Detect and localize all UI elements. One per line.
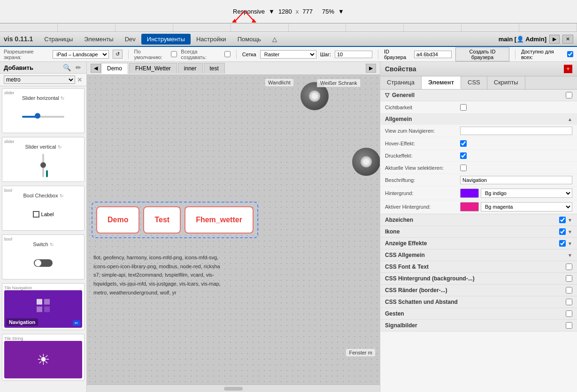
tab-nav-next[interactable]: ▶: [366, 64, 376, 73]
druck-checkbox[interactable]: [460, 152, 467, 159]
sichtbarkeit-label: Сichtbarkeit: [385, 105, 460, 110]
section-ikone-header[interactable]: Ikone ▼: [380, 226, 577, 237]
widget-close-btn[interactable]: ✕: [77, 76, 83, 83]
canvas-scrollbar-thumb[interactable]: [224, 387, 243, 391]
menu-right-arrow2[interactable]: ✕: [562, 35, 573, 44]
bulb-third[interactable]: [350, 145, 380, 178]
section-css-hintergrund-header[interactable]: CSS Hintergrund (background-...): [380, 273, 577, 284]
screen-select[interactable]: iPad – Landscape: [53, 50, 109, 59]
css-hintergrund-checkbox[interactable]: [566, 275, 572, 282]
default-checkbox[interactable]: [171, 51, 177, 57]
toolbar-divider: [128, 50, 129, 59]
section-allgemein-header[interactable]: Allgemein ▲: [380, 113, 577, 125]
menu-pages[interactable]: Страницы: [38, 34, 78, 45]
toolbar-divider4: [515, 50, 515, 59]
abzeichen-checkbox[interactable]: [559, 217, 566, 223]
section-anzeige-header[interactable]: Anzeige Effekte ▼: [380, 238, 577, 249]
menu-right-arrow1[interactable]: ▶: [549, 35, 560, 44]
css-raender-title: CSS Ränder (border-...): [385, 287, 447, 294]
aktuelle-value: [460, 165, 572, 171]
menu-help[interactable]: Помощь: [232, 34, 267, 45]
section-css-raender-header[interactable]: CSS Ränder (border-...): [380, 285, 577, 296]
id-input[interactable]: [414, 51, 452, 58]
tab-css[interactable]: CSS: [461, 76, 487, 89]
step-input[interactable]: [335, 51, 372, 58]
aktiver-color-swatch[interactable]: [460, 202, 479, 211]
available-checkbox[interactable]: [567, 51, 573, 57]
css-raender-checkbox[interactable]: [566, 287, 572, 294]
x-separator: x: [296, 8, 299, 15]
zoom-dropdown-icon[interactable]: ▼: [338, 8, 344, 15]
section-gesten-header[interactable]: Gesten: [380, 308, 577, 319]
sichtbarkeit-checkbox[interactable]: [460, 104, 467, 111]
aktuelle-checkbox[interactable]: [460, 165, 467, 171]
responsive-dropdown-icon[interactable]: ▼: [269, 8, 275, 15]
widget-slider-h[interactable]: slider Slider horizontal ↻: [2, 88, 85, 133]
tab-element[interactable]: Элемент: [422, 76, 461, 89]
gesten-checkbox[interactable]: [566, 310, 572, 317]
css-schatten-checkbox[interactable]: [566, 299, 572, 305]
css-font-checkbox[interactable]: [566, 264, 572, 270]
menu-extra[interactable]: △: [267, 34, 283, 45]
hintergrund-color-swatch[interactable]: [460, 188, 479, 198]
search-icon-btn[interactable]: 🔍: [62, 64, 72, 71]
section-generell-header[interactable]: ▽ Generell: [380, 90, 577, 101]
hintergrund-value: Bg indigo: [460, 188, 572, 198]
anzeige-controls: ▼: [559, 240, 572, 247]
signalbilder-checkbox[interactable]: [566, 322, 572, 329]
section-css-allgemein-header[interactable]: CSS Allgemein ▼: [380, 249, 577, 261]
tab-inner[interactable]: inner: [178, 63, 203, 74]
tab-fhem[interactable]: FHEM_Wetter: [129, 63, 177, 74]
section-signalbilder-header[interactable]: Signalbilder: [380, 320, 577, 331]
widget-tile-string[interactable]: Tile String ☀: [2, 334, 85, 381]
weisser-label: Weißer Schrank: [317, 79, 361, 87]
bulb-weisser[interactable]: [378, 80, 380, 113]
nav-button-test[interactable]: Test: [143, 206, 181, 234]
view-nav-input[interactable]: [460, 127, 572, 135]
pencil-icon-btn[interactable]: ✏: [74, 64, 83, 71]
bulb-inner: [309, 90, 320, 102]
always-checkbox[interactable]: [224, 51, 231, 57]
nav-button-demo[interactable]: Demo: [96, 206, 139, 234]
beschriftung-label: Beschriftung:: [385, 177, 460, 183]
tab-demo[interactable]: Demo: [101, 63, 128, 74]
tab-skripte[interactable]: Скрипты: [487, 76, 525, 89]
tab-seite[interactable]: Страница: [380, 76, 422, 89]
menu-instruments[interactable]: Инструменты: [141, 34, 191, 45]
widget-tile-nav[interactable]: Tile Navigation Navigation ✏: [2, 283, 85, 330]
section-css-schatten-header[interactable]: CSS Schatten und Abstand: [380, 296, 577, 308]
nav-button-fhem[interactable]: Fhem_wetter: [185, 206, 254, 234]
beschriftung-input[interactable]: [460, 176, 572, 184]
hover-checkbox[interactable]: [460, 140, 467, 147]
raster-select[interactable]: Raster: [260, 50, 316, 59]
menu-settings[interactable]: Настройки: [191, 34, 232, 45]
widget-switch[interactable]: bool Switch ↻: [2, 234, 85, 279]
generell-checkbox[interactable]: [566, 92, 572, 98]
aktiver-select[interactable]: Bg magenta: [481, 202, 572, 211]
tab-test[interactable]: test: [204, 63, 225, 74]
nav-tile-edit-btn[interactable]: ✏: [73, 320, 80, 326]
main-title: main [👤 Admin]: [499, 36, 546, 43]
anzeige-checkbox[interactable]: [559, 240, 566, 247]
ruler-cell: [462, 23, 519, 31]
properties-close-btn[interactable]: +: [564, 65, 572, 73]
prop-sichtbarkeit: Сichtbarkeit: [380, 101, 577, 113]
menu-elements[interactable]: Элементы: [78, 34, 119, 45]
widget-bool-checkbox[interactable]: bool Bool Checkbox ↻ Label: [2, 186, 85, 231]
section-abzeichen-header[interactable]: Abzeichen ▼: [380, 214, 577, 226]
hintergrund-select[interactable]: Bg indigo: [481, 188, 572, 198]
allgemein-title: Allgemein: [385, 116, 412, 122]
widget-type-select[interactable]: metro: [4, 75, 75, 84]
ruler-cell: [0, 23, 58, 31]
section-css-font-header[interactable]: CSS Font & Text: [380, 261, 577, 272]
tab-nav-prev[interactable]: ◀: [91, 64, 101, 73]
refresh-btn[interactable]: ↺: [113, 50, 123, 59]
step-label: Шаг:: [320, 52, 331, 57]
ikone-checkbox[interactable]: [559, 228, 566, 235]
hover-label: Hover-Effekt:: [385, 141, 460, 146]
create-id-btn[interactable]: Создать ID браузера: [455, 47, 509, 61]
menu-dev[interactable]: Dev: [119, 34, 141, 45]
widget-slider-v[interactable]: slider Slider vertical ↻: [2, 137, 85, 182]
hintergrund-label: Hintergrund:: [385, 190, 460, 196]
section-css-schatten: CSS Schatten und Abstand: [380, 296, 577, 308]
